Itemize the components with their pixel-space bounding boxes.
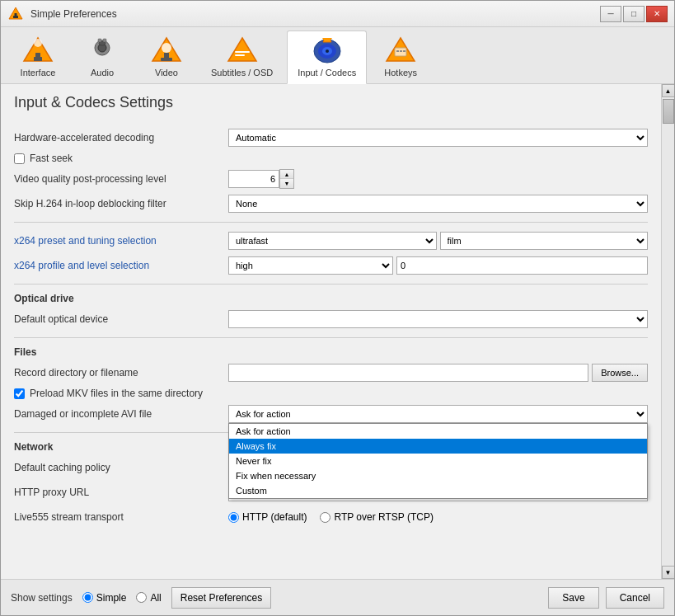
x264-preset-control: ultrafast film bbox=[228, 232, 648, 250]
tab-hotkeys[interactable]: Hotkeys bbox=[370, 31, 431, 83]
skip-h264-control: None bbox=[228, 195, 648, 213]
subtitles-icon bbox=[223, 35, 262, 68]
svg-rect-5 bbox=[35, 53, 40, 57]
x264-tuning-select[interactable]: film bbox=[440, 232, 649, 250]
spin-buttons: ▲ ▼ bbox=[279, 169, 294, 189]
scroll-thumb[interactable] bbox=[663, 99, 674, 124]
hardware-decoding-row: Hardware-accelerated decoding Automatic bbox=[14, 128, 648, 148]
footer-right: Save Cancel bbox=[548, 587, 664, 609]
titlebar-buttons: ─ □ ✕ bbox=[600, 6, 668, 22]
svg-point-22 bbox=[326, 49, 329, 53]
live555-rtp-option: RTP over RTSP (TCP) bbox=[320, 511, 433, 523]
skip-h264-select[interactable]: None bbox=[228, 195, 648, 213]
tab-video[interactable]: Video bbox=[136, 31, 197, 83]
spin-up-btn[interactable]: ▲ bbox=[280, 170, 293, 179]
dropdown-item-custom[interactable]: Custom bbox=[229, 483, 647, 498]
tab-interface[interactable]: Interface bbox=[7, 31, 68, 83]
svg-rect-4 bbox=[34, 57, 42, 61]
damaged-avi-select[interactable]: Ask for action bbox=[228, 405, 648, 423]
titlebar: Simple Preferences ─ □ ✕ bbox=[1, 1, 674, 27]
video-quality-label: Video quality post-processing level bbox=[14, 173, 228, 185]
scroll-down-arrow[interactable]: ▼ bbox=[662, 566, 675, 579]
record-dir-input[interactable] bbox=[228, 364, 588, 382]
tab-input-label: Input / Codecs bbox=[298, 68, 356, 78]
live555-rtp-radio[interactable] bbox=[320, 512, 330, 523]
files-section-label: Files bbox=[14, 346, 648, 358]
x264-preset-select[interactable]: ultrafast bbox=[228, 232, 437, 250]
live555-http-radio[interactable] bbox=[228, 512, 239, 523]
dropdown-item-fix-when[interactable]: Fix when necessary bbox=[229, 468, 647, 483]
main-content: Input & Codecs Settings Hardware-acceler… bbox=[1, 84, 661, 579]
cancel-button[interactable]: Cancel bbox=[606, 587, 664, 609]
divider-3 bbox=[14, 337, 648, 338]
fast-seek-row: Fast seek bbox=[14, 153, 648, 164]
reset-preferences-button[interactable]: Reset Preferences bbox=[171, 587, 271, 609]
svg-rect-27 bbox=[396, 50, 399, 52]
tab-subtitles[interactable]: Subtitles / OSD bbox=[200, 31, 284, 83]
skip-h264-label: Skip H.264 in-loop deblocking filter bbox=[14, 198, 228, 209]
close-button[interactable]: ✕ bbox=[646, 6, 668, 22]
spin-down-btn[interactable]: ▼ bbox=[280, 179, 293, 188]
tab-hotkeys-label: Hotkeys bbox=[384, 68, 417, 78]
live555-row: Live555 stream transport HTTP (default) … bbox=[14, 507, 648, 527]
tab-audio-label: Audio bbox=[91, 68, 114, 78]
dropdown-item-always[interactable]: Always fix bbox=[229, 439, 647, 454]
tab-video-label: Video bbox=[155, 68, 178, 78]
preload-mkv-checkbox[interactable] bbox=[14, 388, 25, 399]
live555-control: HTTP (default) RTP over RTSP (TCP) bbox=[228, 511, 648, 523]
record-dir-control: Browse... bbox=[228, 364, 648, 382]
damaged-avi-control: Ask for action Ask for action Always fix… bbox=[228, 405, 648, 423]
tab-input[interactable]: Input / Codecs bbox=[287, 31, 367, 84]
show-settings-label: Show settings bbox=[11, 592, 73, 604]
damaged-avi-label: Damaged or incomplete AVI file bbox=[14, 408, 228, 420]
svg-rect-15 bbox=[164, 53, 169, 58]
video-quality-row: Video quality post-processing level ▲ ▼ bbox=[14, 169, 648, 189]
simple-radio[interactable] bbox=[82, 592, 93, 603]
svg-rect-14 bbox=[161, 58, 172, 61]
tab-subtitles-label: Subtitles / OSD bbox=[211, 68, 273, 78]
scroll-track bbox=[662, 97, 674, 566]
default-optical-label: Default optical device bbox=[14, 313, 228, 325]
fast-seek-checkbox[interactable] bbox=[14, 153, 25, 164]
save-button[interactable]: Save bbox=[548, 587, 598, 609]
scrollbar: ▲ ▼ bbox=[661, 84, 674, 579]
svg-marker-24 bbox=[322, 38, 332, 40]
x264-profile-select[interactable]: high bbox=[228, 256, 393, 275]
svg-rect-18 bbox=[235, 54, 245, 56]
preload-mkv-label: Preload MKV files in the same directory bbox=[30, 388, 203, 399]
vlc-logo-icon bbox=[7, 6, 24, 22]
default-optical-row: Default optical device bbox=[14, 309, 648, 329]
default-optical-control bbox=[228, 310, 648, 328]
footer-left: Show settings Simple All Reset Preferenc… bbox=[11, 587, 271, 609]
all-radio[interactable] bbox=[136, 592, 147, 603]
default-caching-label: Default caching policy bbox=[14, 462, 228, 473]
minimize-button[interactable]: ─ bbox=[600, 6, 621, 22]
record-dir-label: Record directory or filename bbox=[14, 367, 228, 379]
footer: Show settings Simple All Reset Preferenc… bbox=[1, 579, 674, 615]
divider-2 bbox=[14, 284, 648, 284]
damaged-avi-row: Damaged or incomplete AVI file Ask for a… bbox=[14, 404, 648, 424]
divider-1 bbox=[14, 222, 648, 223]
scroll-up-arrow[interactable]: ▲ bbox=[662, 84, 675, 97]
maximize-button[interactable]: □ bbox=[623, 6, 645, 22]
page-title: Input & Codecs Settings bbox=[14, 94, 648, 115]
all-radio-option: All bbox=[136, 592, 161, 604]
optical-drive-section-label: Optical drive bbox=[14, 293, 648, 304]
dropdown-item-ask[interactable]: Ask for action bbox=[229, 424, 647, 439]
video-quality-input[interactable] bbox=[228, 170, 279, 188]
default-optical-select[interactable] bbox=[228, 310, 648, 328]
hardware-decoding-control: Automatic bbox=[228, 129, 648, 147]
hardware-decoding-select[interactable]: Automatic bbox=[228, 129, 648, 147]
browse-button[interactable]: Browse... bbox=[592, 364, 648, 382]
x264-profile-row: x264 profile and level selection high bbox=[14, 256, 648, 275]
svg-rect-1 bbox=[13, 16, 18, 18]
svg-rect-29 bbox=[403, 50, 405, 52]
video-quality-control: ▲ ▼ bbox=[228, 169, 648, 189]
dropdown-item-never[interactable]: Never fix bbox=[229, 454, 647, 468]
tab-audio[interactable]: Audio bbox=[72, 31, 133, 83]
x264-level-input[interactable] bbox=[396, 256, 648, 275]
interface-icon bbox=[18, 35, 58, 68]
svg-rect-11 bbox=[103, 39, 106, 42]
live555-http-label: HTTP (default) bbox=[242, 511, 307, 523]
tab-interface-label: Interface bbox=[21, 68, 56, 78]
